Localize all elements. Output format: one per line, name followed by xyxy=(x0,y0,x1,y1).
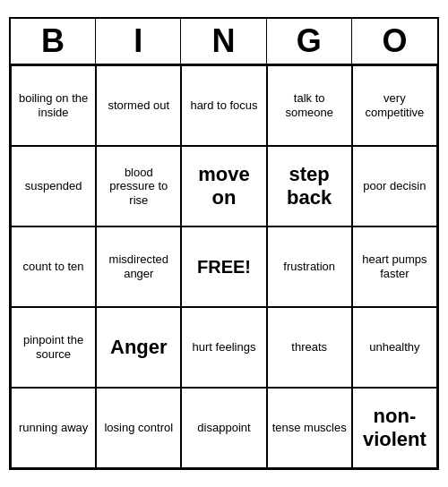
bingo-cell: hurt feelings xyxy=(181,307,266,388)
bingo-cell: pinpoint the source xyxy=(11,307,96,388)
bingo-cell: very competitive xyxy=(352,65,437,146)
bingo-cell: heart pumps faster xyxy=(352,226,437,307)
bingo-cell: disappoint xyxy=(181,388,266,468)
header-letter: B xyxy=(11,19,96,64)
bingo-cell: boiling on the inside xyxy=(11,65,96,146)
bingo-cell: unhealthy xyxy=(352,307,437,388)
bingo-cell: losing control xyxy=(96,388,181,468)
header-letter: I xyxy=(96,19,181,64)
bingo-grid: boiling on the insidestormed outhard to … xyxy=(11,65,437,468)
bingo-header: BINGO xyxy=(11,19,437,65)
bingo-cell: Anger xyxy=(96,307,181,388)
bingo-cell: running away xyxy=(11,388,96,468)
header-letter: N xyxy=(181,19,266,64)
header-letter: G xyxy=(267,19,352,64)
bingo-card: BINGO boiling on the insidestormed outha… xyxy=(9,17,439,470)
header-letter: O xyxy=(352,19,437,64)
bingo-cell: poor decisin xyxy=(352,146,437,226)
bingo-cell: FREE! xyxy=(181,226,266,307)
bingo-cell: tense muscles xyxy=(267,388,352,468)
bingo-cell: count to ten xyxy=(11,226,96,307)
bingo-cell: non-violent xyxy=(352,388,437,468)
bingo-cell: talk to someone xyxy=(267,65,352,146)
bingo-cell: hard to focus xyxy=(181,65,266,146)
bingo-cell: step back xyxy=(267,146,352,226)
bingo-cell: threats xyxy=(267,307,352,388)
bingo-cell: frustration xyxy=(267,226,352,307)
bingo-cell: misdirected anger xyxy=(96,226,181,307)
bingo-cell: blood pressure to rise xyxy=(96,146,181,226)
bingo-cell: stormed out xyxy=(96,65,181,146)
bingo-cell: suspended xyxy=(11,146,96,226)
bingo-cell: move on xyxy=(181,146,266,226)
